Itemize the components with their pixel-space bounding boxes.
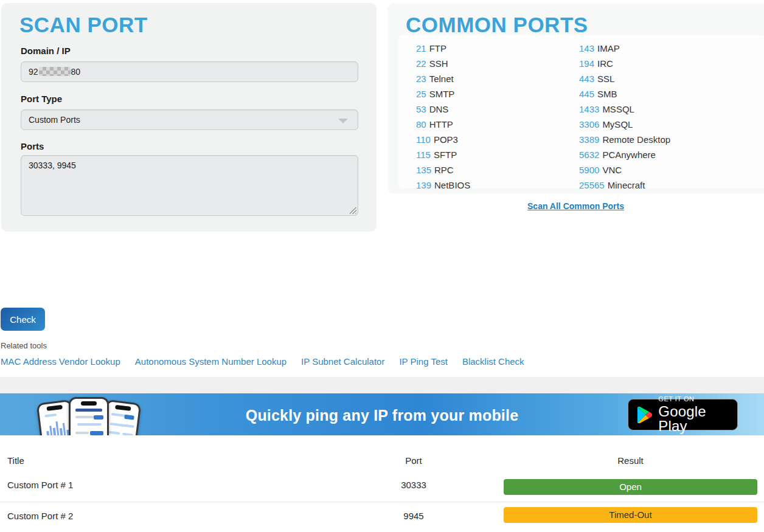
mobile-app-banner: Quickly ping any IP from your mobile GET… [0,393,764,435]
common-ports-panel: COMMON PORTS 21FTP 22SSH 23Telnet 25SMTP… [387,3,764,193]
domain-ip-label: Domain / IP [21,46,71,56]
redacted-ip-segment [39,67,71,76]
common-ports-list: 21FTP 22SSH 23Telnet 25SMTP 53DNS 80HTTP… [398,35,764,188]
result-row-title: Custom Port # 2 [7,511,73,521]
link-blacklist-check[interactable]: Blacklist Check [462,356,524,367]
port-item: 80HTTP [416,117,579,132]
port-type-select[interactable]: Custom Ports [21,109,358,130]
scan-all-wrap: Scan All Common Ports [387,201,764,212]
port-item: 53DNS [416,102,579,117]
port-item: 139NetBIOS [416,178,579,193]
ports-textarea[interactable]: 30333, 9945 [21,155,358,216]
link-ip-ping-test[interactable]: IP Ping Test [399,356,448,367]
related-tools-label: Related tools [1,341,47,350]
port-item: 22SSH [416,56,579,71]
result-row-title: Custom Port # 1 [7,480,73,490]
results-header-result: Result [504,455,757,466]
scan-all-common-ports-link[interactable]: Scan All Common Ports [527,201,624,211]
port-item: 445SMB [579,86,742,102]
related-tools-links: MAC Address Vendor Lookup Autonomous Sys… [1,356,524,367]
result-status-badge: Timed-Out [504,507,757,523]
port-item: 21FTP [416,41,579,56]
port-item: 115SFTP [416,147,579,162]
link-mac-address-vendor-lookup[interactable]: MAC Address Vendor Lookup [1,356,120,367]
google-play-icon [636,406,652,424]
port-item: 25565Minecraft [579,178,742,193]
port-item: 5632PCAnywhere [579,147,742,162]
port-item: 3389Remote Desktop [579,132,742,147]
domain-ip-value-suffix: 80 [71,67,81,77]
link-asn-lookup[interactable]: Autonomous System Number Lookup [135,356,286,367]
port-item: 194IRC [579,56,742,71]
port-item: 25SMTP [416,86,579,102]
port-item: 443SSL [579,71,742,86]
scan-port-title: SCAN PORT [19,13,148,37]
port-item: 110POP3 [416,132,579,147]
port-item: 135RPC [416,162,579,178]
scan-port-panel: SCAN PORT Domain / IP 9280 Port Type Cus… [1,3,377,232]
port-type-label: Port Type [21,94,62,104]
common-ports-column-2: 143IMAP 194IRC 443SSL 445SMB 1433MSSQL 3… [579,41,742,188]
common-ports-column-1: 21FTP 22SSH 23Telnet 25SMTP 53DNS 80HTTP… [416,41,579,188]
google-play-text: GET IT ON Google Play [658,396,737,434]
domain-ip-value-prefix: 92 [29,67,38,77]
google-play-badge[interactable]: GET IT ON Google Play [628,399,738,430]
port-item: 1433MSSQL [579,102,742,117]
port-item: 3306MySQL [579,117,742,132]
check-button[interactable]: Check [1,308,45,331]
port-item: 5900VNC [579,162,742,178]
results-header-title: Title [7,455,24,466]
phone-mockup-center [69,397,109,435]
chevron-down-icon [338,119,348,123]
link-ip-subnet-calculator[interactable]: IP Subnet Calculator [301,356,384,367]
resize-handle-icon[interactable] [350,207,356,214]
domain-ip-input[interactable]: 9280 [21,61,358,82]
row-divider [0,502,764,502]
google-play-get-it-on: GET IT ON [658,396,737,402]
port-item: 143IMAP [579,41,742,56]
ports-label: Ports [21,141,44,151]
common-ports-title: COMMON PORTS [406,13,588,37]
banner-top-strip [0,377,764,393]
port-type-selected-value: Custom Ports [29,115,80,125]
google-play-wordmark: Google Play [658,404,737,434]
port-item: 23Telnet [416,71,579,86]
result-status-badge: Open [504,479,757,495]
page: SCAN PORT Domain / IP 9280 Port Type Cus… [0,0,764,532]
